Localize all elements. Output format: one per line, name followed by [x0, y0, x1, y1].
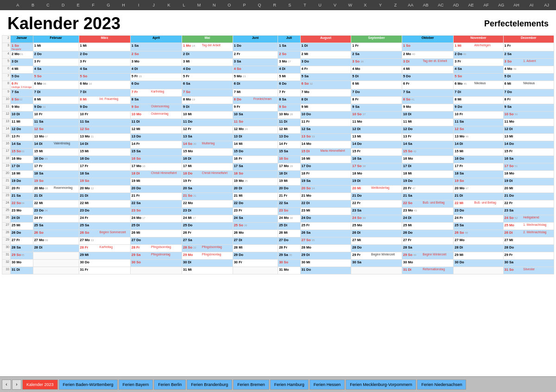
day-number: 21 Fr	[279, 193, 287, 198]
day-cell: 10 Fr	[79, 112, 99, 119]
holiday-cell	[474, 208, 503, 215]
line-num: 28	[2, 230, 11, 237]
day-number: 9 So	[132, 105, 139, 109]
day-cell: 10 Di	[402, 112, 422, 119]
day-cell: 9 Do	[454, 104, 474, 112]
holiday-cell	[53, 112, 79, 119]
day-number: 5 So	[34, 74, 42, 78]
holiday-cell: Pfingstmontag	[150, 252, 182, 260]
day-cell: 7 Fr	[130, 89, 150, 97]
day-cell: 30 Do	[454, 260, 474, 267]
holiday-cell	[319, 126, 351, 134]
holiday-cell	[319, 208, 351, 215]
day-cell: 26 Mi	[278, 230, 298, 237]
day-cell: 1 Do	[233, 43, 253, 51]
day-number: 22 Fr	[505, 201, 513, 205]
holiday-cell	[522, 89, 554, 97]
week-number: 46	[466, 135, 469, 138]
jan-day-cell: 26 Do	[11, 230, 33, 237]
day-number: 23 So	[279, 208, 288, 212]
day-cell: 4 Di	[130, 66, 150, 74]
day-number: 8 Mi	[34, 97, 41, 101]
day-number: 17 Sa	[234, 164, 243, 168]
day-cell: 17 Di	[402, 163, 422, 171]
day-number: 14 Mi	[234, 142, 243, 146]
tab-kalender-2023[interactable]: Kalender 2023	[22, 380, 58, 390]
day-cell: 9 Mo	[402, 104, 422, 112]
day-number: 14 Fr	[279, 142, 287, 146]
tab-ferien-mec[interactable]: Ferien Mecklenburg-Vorpommern	[346, 380, 416, 390]
holiday-cell	[319, 200, 351, 208]
day-cell: 24 Di	[402, 215, 422, 223]
tab-ferien-bra[interactable]: Ferien Brandenburg	[187, 380, 232, 390]
day-cell: 24 Mo17	[130, 215, 150, 223]
day-number: 6 Mo	[34, 81, 42, 86]
holiday-cell: 1. Weihnachtstag	[522, 223, 554, 230]
week-number: 34	[312, 187, 315, 190]
prev-sheet-btn[interactable]: ‹	[2, 380, 11, 390]
line-num: 31	[2, 252, 11, 260]
holiday-cell	[150, 178, 182, 186]
holiday-cell	[99, 149, 130, 156]
tab-ferien-hes[interactable]: Ferien Hessen	[310, 380, 345, 390]
day-cell: 10 Mi	[182, 112, 201, 119]
day-number: 26 Do	[403, 230, 412, 235]
tab-ferien-bw[interactable]: Ferien Baden-Württemberg	[59, 380, 118, 390]
day-cell: 23 Mo43	[402, 208, 422, 215]
day-number: 22 Do	[234, 201, 243, 205]
day-cell: 17 Sa	[233, 163, 253, 171]
holiday-cell	[253, 230, 278, 237]
day-cell: 15 Mi	[33, 149, 53, 156]
day-number: 5 Di	[505, 74, 511, 78]
holiday-cell	[422, 230, 453, 237]
day-number: 13 Do	[132, 134, 141, 138]
day-number: 15 Fr	[505, 149, 513, 153]
day-cell: 6 Do	[278, 81, 298, 89]
tab-ferien-ber[interactable]: Ferien Berlin	[154, 380, 186, 390]
holiday-cell	[150, 51, 182, 59]
day-cell: 3 So36	[351, 59, 370, 66]
day-cell: 9 So	[278, 104, 298, 112]
holiday-cell	[319, 178, 351, 186]
day-cell: 31 So	[503, 267, 522, 274]
next-sheet-btn[interactable]: ›	[12, 380, 21, 390]
day-cell: 27 Mo09	[33, 237, 53, 245]
tab-ferien-bay[interactable]: Ferien Bayern	[119, 380, 153, 390]
day-number: 8 So	[403, 97, 411, 101]
day-cell: 16 Do	[454, 156, 474, 163]
holiday-cell	[370, 119, 402, 126]
holiday-cell	[319, 119, 351, 126]
holiday-cell	[201, 59, 233, 66]
day-number: 14 Do	[352, 142, 361, 146]
day-number: 16 Mi	[302, 156, 310, 161]
jan-day-cell: 15 So03	[11, 149, 33, 156]
day-cell: 3 Mo27	[278, 59, 298, 66]
day-number: 14 Di	[34, 142, 43, 146]
tab-ferien-bre[interactable]: Ferien Bremen	[233, 380, 269, 390]
holiday-cell	[99, 163, 130, 171]
holiday-cell	[422, 104, 453, 112]
tab-ferien-nie[interactable]: Ferien Niedersachsen	[417, 380, 466, 390]
day-number: 12 So	[34, 127, 44, 131]
day-number: 7 Do	[352, 90, 360, 94]
holiday-cell: Ostersonntag	[150, 104, 182, 112]
day-number: 22 Sa	[279, 201, 288, 205]
holiday-cell	[522, 156, 554, 163]
holiday-cell	[150, 81, 182, 89]
holiday-cell	[201, 104, 233, 112]
day-cell: 1 Sa	[130, 43, 150, 51]
day-cell: 3 Fr	[79, 59, 99, 66]
day-number: 27 Mo	[80, 238, 90, 242]
tab-ferien-ham[interactable]: Ferien Hamburg	[270, 380, 309, 390]
day-number: 23 Do	[34, 208, 44, 212]
holiday-cell: Christi Himmelfahrt	[201, 171, 233, 178]
day-number: 1 Fr	[505, 44, 511, 48]
day-cell: 22 Mi	[454, 200, 474, 208]
day-number: 24 Mo	[279, 216, 289, 220]
day-cell: 20 Mi	[351, 186, 370, 193]
jan-day-cell: 4 Mi	[11, 66, 33, 74]
day-number: 17 So	[352, 164, 361, 168]
holiday-cell	[53, 89, 79, 97]
day-cell: 26 Do	[402, 230, 422, 237]
day-cell: 31 Mi	[182, 267, 201, 274]
